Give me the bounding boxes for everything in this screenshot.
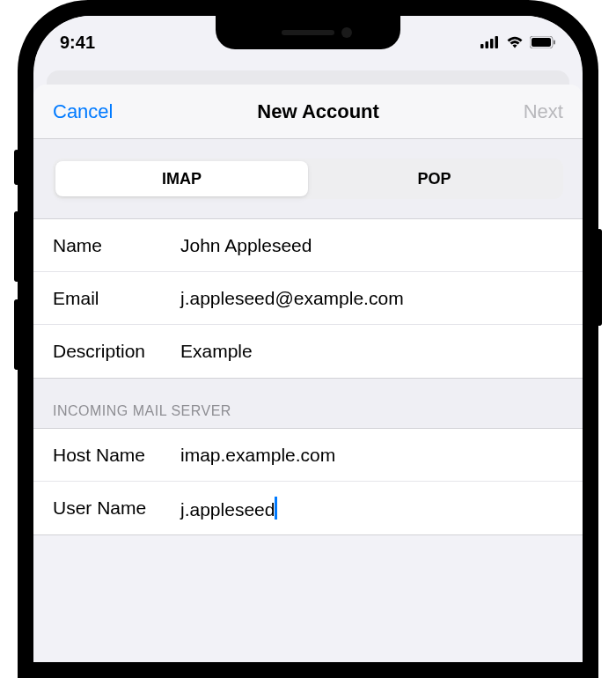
protocol-section: IMAP POP	[33, 139, 583, 218]
status-time: 9:41	[60, 33, 95, 53]
battery-icon	[530, 33, 556, 53]
hostname-row[interactable]: Host Name imap.example.com	[33, 429, 583, 482]
email-row[interactable]: Email j.appleseed@example.com	[33, 272, 583, 325]
name-field[interactable]: John Appleseed	[180, 235, 563, 256]
camera-icon	[341, 27, 352, 38]
speaker-icon	[282, 30, 334, 35]
form-content: IMAP POP Name John Appleseed Email j.app…	[33, 139, 583, 535]
device-volume-down	[14, 299, 19, 370]
svg-rect-3	[495, 36, 499, 48]
email-label: Email	[53, 288, 180, 309]
status-indicators	[480, 33, 556, 53]
account-info-group: Name John Appleseed Email j.appleseed@ex…	[33, 218, 583, 379]
username-field[interactable]: j.appleseed	[180, 497, 563, 520]
username-value: j.appleseed	[180, 499, 275, 520]
navigation-bar: Cancel New Account Next	[33, 85, 583, 139]
modal-sheet: Cancel New Account Next IMAP POP	[33, 85, 583, 662]
name-row[interactable]: Name John Appleseed	[33, 219, 583, 272]
hostname-label: Host Name	[53, 445, 180, 466]
name-label: Name	[53, 235, 180, 256]
svg-rect-2	[490, 39, 494, 48]
segment-pop[interactable]: POP	[308, 161, 561, 196]
svg-rect-5	[532, 38, 551, 47]
segment-imap[interactable]: IMAP	[55, 161, 308, 196]
username-label: User Name	[53, 497, 180, 519]
incoming-server-group: Host Name imap.example.com User Name j.a…	[33, 428, 583, 535]
description-row[interactable]: Description Example	[33, 325, 583, 378]
next-button[interactable]: Next	[524, 100, 563, 123]
wifi-icon	[506, 33, 524, 53]
screen: 9:41 Cancel	[33, 16, 583, 662]
device-volume-up	[14, 211, 19, 282]
device-silent-switch	[14, 150, 19, 185]
svg-rect-6	[554, 40, 555, 44]
email-field[interactable]: j.appleseed@example.com	[180, 288, 563, 309]
cellular-signal-icon	[480, 33, 500, 53]
protocol-segmented-control[interactable]: IMAP POP	[53, 158, 563, 199]
text-cursor-icon	[275, 497, 277, 520]
cancel-button[interactable]: Cancel	[53, 100, 113, 123]
device-power-button	[597, 229, 602, 326]
svg-rect-1	[486, 41, 489, 48]
username-row[interactable]: User Name j.appleseed	[33, 482, 583, 534]
hostname-field[interactable]: imap.example.com	[180, 445, 563, 466]
description-field[interactable]: Example	[180, 341, 563, 362]
page-title: New Account	[257, 100, 379, 123]
svg-rect-0	[480, 44, 484, 48]
device-notch	[216, 16, 400, 49]
incoming-server-header: INCOMING MAIL SERVER	[33, 379, 583, 428]
description-label: Description	[53, 341, 180, 362]
device-frame: 9:41 Cancel	[18, 0, 598, 678]
device-inner: 9:41 Cancel	[33, 16, 583, 662]
